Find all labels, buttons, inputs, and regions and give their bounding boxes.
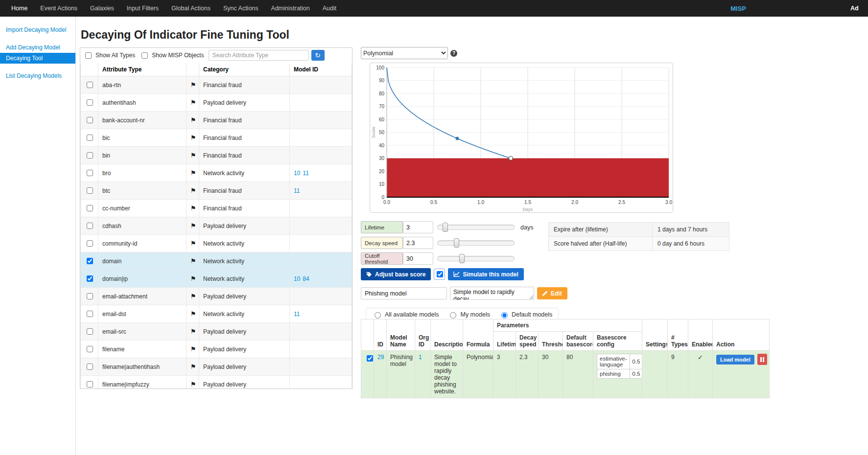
load-model-button[interactable]: Load model [716,355,754,364]
show-all-types-checkbox[interactable] [85,52,92,59]
model-filter-option[interactable]: All available models [372,311,439,318]
attribute-row-checkbox[interactable] [87,328,93,335]
model-name-input[interactable] [361,287,447,299]
flag-icon[interactable]: ⚑ [190,222,196,229]
flag-icon[interactable]: ⚑ [190,240,196,247]
attribute-check-cell [81,323,98,341]
attribute-row-checkbox[interactable] [87,311,93,317]
attribute-row-checkbox[interactable] [87,346,93,352]
flag-icon[interactable]: ⚑ [190,205,196,212]
attribute-category-cell: Financial fraud [199,200,290,217]
flag-icon[interactable]: ⚑ [190,116,196,124]
help-icon[interactable]: ? [450,50,457,57]
flag-icon[interactable]: ⚑ [190,345,196,353]
attribute-row-checkbox[interactable] [87,187,93,194]
formula-select[interactable]: Polynomial [361,47,448,59]
svg-text:70: 70 [379,104,385,109]
flag-icon[interactable]: ⚑ [190,257,196,265]
pause-model-button[interactable] [757,354,767,365]
nav-item-galaxies[interactable]: Galaxies [84,5,120,12]
adjust-base-score-button[interactable]: Adjust base score [361,268,431,280]
model-id-link[interactable]: 11 [303,170,308,177]
attribute-row-checkbox[interactable] [87,240,93,247]
attribute-category-cell: Network activity [199,235,290,252]
nav-item-input-filters[interactable]: Input Filters [120,5,165,12]
nav-item-global-actions[interactable]: Global Actions [165,5,217,12]
attribute-row-checkbox[interactable] [87,381,93,387]
decay-speed-slider[interactable] [437,240,515,246]
attribute-model-id-cell [290,147,352,164]
attribute-flag-cell: ⚑ [187,358,199,376]
attribute-type-cell: filename|impfuzzy [98,376,187,389]
model-filter-option[interactable]: Default models [499,311,552,318]
nav-item-event-actions[interactable]: Event Actions [34,5,84,12]
flag-icon[interactable]: ⚑ [190,99,196,106]
flag-icon[interactable]: ⚑ [190,275,196,282]
simulate-model-button[interactable]: Simulate this model [448,268,523,280]
edit-model-button[interactable]: Edit [537,287,567,299]
flag-icon[interactable]: ⚑ [190,310,196,318]
model-id-link[interactable]: 84 [303,275,309,282]
flag-icon[interactable]: ⚑ [190,187,196,194]
attribute-row-checkbox[interactable] [87,275,93,282]
attribute-category-cell: Payload delivery [199,288,290,305]
mcol-threshold: Threshold [539,332,563,351]
model-filter-option[interactable]: My models [447,311,490,318]
attribute-category-cell: Payload delivery [199,217,290,235]
attribute-row-checkbox[interactable] [87,99,93,106]
model-filter-radio[interactable] [450,312,456,318]
model-row-checkbox[interactable] [367,355,373,362]
refresh-button[interactable]: ↻ [311,50,325,61]
attribute-row-checkbox[interactable] [87,293,93,299]
flag-icon[interactable]: ⚑ [190,293,196,300]
lifetime-input[interactable] [403,221,433,233]
flag-icon[interactable]: ⚑ [190,169,196,177]
sidebar-item-decaying-tool[interactable]: Decaying Tool [0,53,75,64]
org-id-link[interactable]: 1 [419,354,422,361]
flag-icon[interactable]: ⚑ [190,152,196,159]
attribute-row-checkbox[interactable] [87,223,93,229]
flag-icon[interactable]: ⚑ [190,381,196,388]
attribute-row-checkbox[interactable] [87,364,93,370]
cutoff-threshold-input[interactable] [403,252,433,265]
adjust-base-score-checkbox[interactable] [437,271,443,277]
decay-speed-input[interactable] [403,237,433,249]
flag-icon[interactable]: ⚑ [190,363,196,370]
attribute-category-cell: Payload delivery [199,94,290,112]
model-id-link[interactable]: 10 [294,275,300,282]
nav-admin-link[interactable]: Ad [850,5,863,12]
nav-item-administration[interactable]: Administration [265,5,316,12]
nav-item-home[interactable]: Home [5,5,34,12]
attribute-row-checkbox[interactable] [87,135,93,141]
misp-brand[interactable]: MISP [727,5,750,12]
attribute-row-checkbox[interactable] [87,258,93,264]
search-attribute-input[interactable] [209,50,309,61]
sidebar-item-list-decaying-models[interactable]: List Decaying Models [0,70,75,81]
decay-chart: 01020304050607080901000.00.51.01.52.02.5… [370,63,673,213]
model-id-link[interactable]: 11 [294,311,300,318]
adjust-base-score-toggle[interactable] [434,269,445,280]
flag-icon[interactable]: ⚑ [190,134,196,141]
attribute-row-checkbox[interactable] [87,170,93,176]
model-id-link[interactable]: 11 [294,187,300,194]
model-filter-radio[interactable] [501,312,508,318]
show-misp-objects-checkbox[interactable] [141,52,148,59]
cutoff-threshold-slider[interactable] [437,256,515,261]
attribute-row-checkbox[interactable] [87,205,93,211]
flag-icon[interactable]: ⚑ [190,328,196,335]
sidebar-item-import-decaying-model[interactable]: Import Decaying Model [0,24,75,35]
lifetime-slider[interactable] [437,225,515,230]
model-id-link[interactable]: 10 [294,170,300,177]
attribute-table-scroll[interactable]: Attribute Type Category Model ID aba-rtn… [80,63,352,388]
model-description-textarea[interactable]: Simple model to rapidly decay [450,287,534,300]
attribute-row-checkbox[interactable] [87,82,93,88]
flag-icon[interactable]: ⚑ [190,81,196,89]
nav-item-sync-actions[interactable]: Sync Actions [217,5,265,12]
sidebar-item-add-decaying-model[interactable]: Add Decaying Model [0,42,75,53]
svg-text:0.5: 0.5 [430,200,437,205]
nav-item-audit[interactable]: Audit [316,5,343,12]
model-id-link[interactable]: 29 [377,354,384,361]
model-filter-radio[interactable] [375,312,381,318]
attribute-row-checkbox[interactable] [87,152,93,159]
attribute-row-checkbox[interactable] [87,117,93,123]
